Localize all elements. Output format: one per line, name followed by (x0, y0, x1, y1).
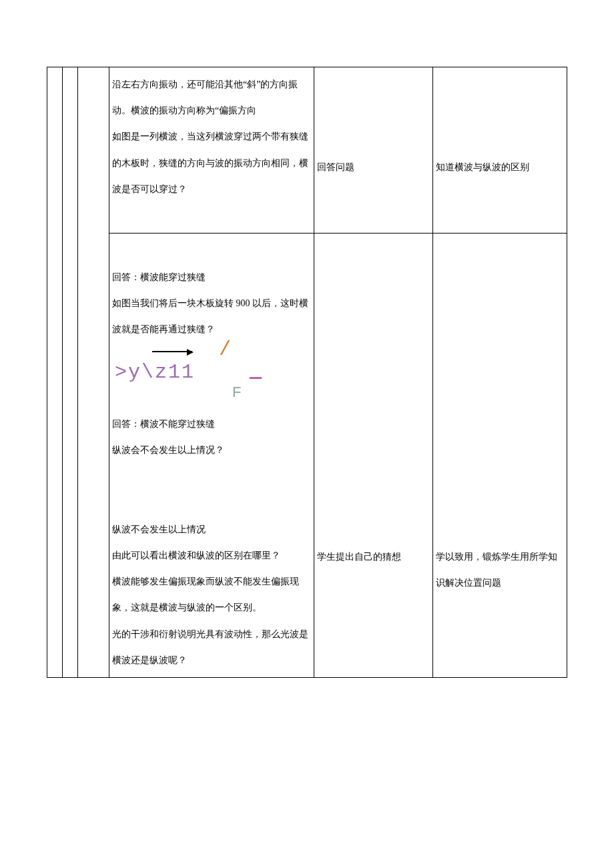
text-block: 学以致用，锻炼学生用所学知识解决位置问题 (436, 552, 557, 588)
text-block: 如图当我们将后一块木板旋转 900 以后，这时横波就是否能再通过狭缝？ (112, 298, 308, 334)
arrow-icon (152, 343, 192, 364)
cell-student-activity-2: 学生提出自己的猜想 (314, 233, 433, 677)
cell-indent-1 (47, 67, 63, 678)
text-block: 知道横波与纵波的区别 (436, 162, 529, 172)
text-block: 如图是一列横波，当这列横波穿过两个带有狭缝的木板时，狭缝的方向与波的振动方向相同… (112, 131, 308, 193)
text-block: 纵波会不会发生以上情况？ (112, 445, 224, 455)
spacer (112, 202, 311, 229)
text-block: 沿左右方向振动，还可能沿其他“斜”的方向振动。横波的振动方向称为“偏振方向 (112, 79, 298, 115)
text-block: 光的干涉和衍射说明光具有波动性，那么光波是横波还是纵波呢？ (112, 629, 308, 665)
cell-design-intent-2: 学以致用，锻炼学生用所学知识解决位置问题 (433, 233, 567, 677)
cell-indent-2 (63, 67, 78, 678)
text-block: 由此可以看出横波和纵波的区别在哪里？ (112, 550, 280, 560)
formula-diagram: / >y\z11 — F (112, 343, 311, 411)
text-block: 学生提出自己的猜想 (317, 552, 401, 562)
table-row: 沿左右方向振动，还可能沿其他“斜”的方向振动。横波的振动方向称为“偏振方向 如图… (47, 67, 567, 234)
table-row: 回答：横波能穿过狭缝 如图当我们将后一块木板旋转 900 以后，这时横波就是否能… (47, 233, 567, 677)
dash-mark: — (250, 367, 262, 389)
cell-section-label (78, 67, 109, 678)
text-block: 回答：横波不能穿过狭缝 (112, 419, 215, 429)
text-block: 纵波不会发生以上情况 (112, 524, 206, 534)
text-block: 横波能够发生偏振现象而纵波不能发生偏振现象，这就是横波与纵波的一个区别。 (112, 576, 299, 612)
formula-f: F (232, 384, 241, 400)
cell-teacher-activity-2: 回答：横波能穿过狭缝 如图当我们将后一块木板旋转 900 以后，这时横波就是否能… (109, 233, 314, 677)
slash-mark: / (219, 339, 231, 361)
text-block: 回答问题 (317, 162, 354, 172)
lesson-table: 沿左右方向振动，还可能沿其他“斜”的方向振动。横波的振动方向称为“偏振方向 如图… (47, 67, 567, 678)
spacer (112, 463, 311, 516)
spacer (112, 238, 311, 264)
page-container: 沿左右方向振动，还可能沿其他“斜”的方向振动。横波的振动方向称为“偏振方向 如图… (0, 0, 614, 718)
cell-teacher-activity-1: 沿左右方向振动，还可能沿其他“斜”的方向振动。横波的振动方向称为“偏振方向 如图… (109, 67, 314, 234)
text-block: 回答：横波能穿过狭缝 (112, 272, 206, 282)
cell-student-activity-1: 回答问题 (314, 67, 433, 234)
formula-text: >y\z11 (115, 362, 195, 384)
cell-design-intent-1: 知道横波与纵波的区别 (433, 67, 567, 234)
